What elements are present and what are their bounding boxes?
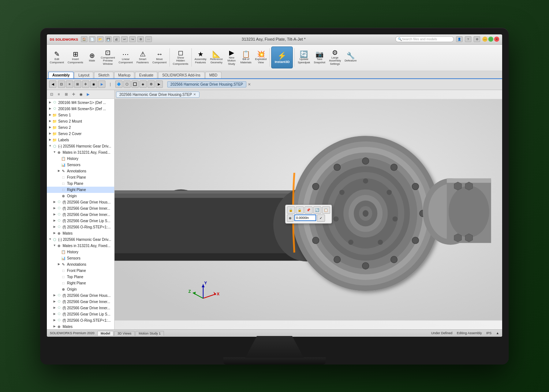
right-plane-item[interactable]: □ Right Plane [47,187,114,193]
file-tab-close[interactable]: ✕ [248,82,251,86]
viewport-tab-label[interactable]: 202566 Harmonic Gear Drive Housing.STEP … [116,92,199,98]
titlebar-icon-redo[interactable]: ↪ [129,36,136,42]
float-value-input[interactable] [294,214,316,221]
file-tab-label[interactable]: 202566 Harmonic Gear Drive Housing.STEP [167,81,246,87]
toolbar-item-mate[interactable]: ⊕ Mate [85,52,98,63]
list-item[interactable]: 📋 History [47,156,114,162]
list-item[interactable]: ▶ 📁 Servo 2 Cover [47,131,114,137]
float-copy-btn[interactable]: 📋 [322,206,330,214]
list-item[interactable]: ⊕ Origin [47,193,114,199]
list-item[interactable]: ▶ ⊕ Mates [47,324,114,329]
tab-evaluate[interactable]: Evaluate [135,72,157,78]
titlebar-icon-new[interactable]: 📄 [89,36,96,42]
tab-assembly[interactable]: Assembly [48,72,74,78]
list-item[interactable]: ▶ ⬡ (f) 202566 Gear Drive Inner... [47,305,114,311]
sidebar-icon-3[interactable]: ⊞ [74,81,81,88]
view-icon-2[interactable]: ⬡ [123,81,131,88]
titlebar-icon-open[interactable]: 📂 [97,36,104,42]
view-icon-1[interactable]: 🔷 [115,81,123,88]
list-item[interactable]: ⊕ Origin [47,286,114,292]
toolbar-item-show-hidden[interactable]: ◻ ShowHiddenComponents [171,49,190,66]
float-confirm-btn[interactable]: ✓ [317,214,325,222]
list-item[interactable]: ▼ ⬡ (-) 202566 Harmonic Gear Driv... [47,143,114,149]
gear-drive-inner-2[interactable]: ▶ ⬡ (f) 202566 Gear Drive Inner... [47,212,114,218]
list-item[interactable]: ▶ ⬡ 200166 M4 Screw<1> (Def ... [47,100,114,106]
list-item[interactable]: 📊 Sensors [47,162,114,168]
status-tab-motion[interactable]: Motion Study 1 [135,331,164,336]
titlebar-icon-home[interactable]: 🏠 [81,36,87,42]
list-item[interactable]: ▶ 📁 Labels [47,137,114,143]
sidebar-tool-display[interactable]: ◉ [78,91,84,97]
sidebar-tool-add[interactable]: ✛ [70,91,77,97]
tab-solidworks-addins[interactable]: SOLIDWORKS Add-Ins [158,72,204,78]
toolbar-item-large-assy[interactable]: ⚙ LargeAssemblySettings [328,49,343,66]
toolbar-item-fasteners[interactable]: ⚠ SmartFasteners [135,50,150,65]
titlebar-icon-rebuild[interactable]: ⚙ [137,36,144,42]
list-item[interactable]: ▶ ⬡ (f) 202566 Gear Drive Lip S... [47,311,114,317]
list-item[interactable]: ▶ ✎ Annotations [47,261,114,268]
list-item[interactable]: ▶ ⬡ (f) 202566 Gear Drive Hous... [47,292,114,299]
sidebar-icon-6[interactable]: ▶ [98,81,105,88]
sidebar-icon-1[interactable]: ⊡ [58,81,65,88]
status-tab-3dviews[interactable]: 3D Views [114,331,135,336]
titlebar-icon-undo[interactable]: ↩ [121,36,128,42]
viewport-tab-close-btn[interactable]: ✕ [193,93,196,96]
float-lock-btn[interactable]: 🔒 [287,206,295,214]
help-icon[interactable]: ? [465,36,471,42]
list-item[interactable]: □ Front Plane [47,268,114,274]
sidebar-tool-nav[interactable]: ▶ [85,91,92,97]
view-icon-3[interactable]: 🔲 [131,81,139,88]
tab-layout[interactable]: Layout [74,72,93,78]
list-item[interactable]: ▶ 📁 Servo 2 [47,124,114,131]
sidebar-icon-5[interactable]: ◉ [90,81,97,88]
toolbar-item-snapshot[interactable]: 📷 TakeSnapshot [312,50,327,65]
search-box[interactable]: 🔍 Search files and models [395,36,454,42]
list-item[interactable]: ▶ ⬡ (f) 202566 Gear Drive Hous... [47,199,114,205]
toolbar-item-bom[interactable]: 📋 Bill ofMaterials [239,50,253,65]
gear-drive-inner-1[interactable]: ▶ ⬡ (f) 202566 Gear Drive Inner... [47,205,114,212]
minimize-button[interactable]: — [482,37,488,42]
list-item[interactable]: ▶ 📁 Servo 2 Mount [47,118,114,124]
tab-mbd[interactable]: MBD [205,72,221,78]
titlebar-icon-save[interactable]: 💾 [105,36,112,42]
settings-icon[interactable]: ⚙ [474,36,480,42]
list-item[interactable]: 📊 Sensors [47,255,114,261]
view-icon-6[interactable]: ▶ [156,81,163,88]
toolbar-item-speedpak[interactable]: 🔄 UpdateSpeedpak [296,50,311,65]
sidebar-icon-2[interactable]: ≡ [66,81,73,88]
list-item[interactable]: ▶ ⬡ (f) 202566 Gear Drive Lip S... [47,218,114,224]
user-icon[interactable]: 👤 [456,36,463,42]
list-item[interactable]: ▼ ⊕ Mates in 313231 Asy, Fixed... [47,149,114,156]
list-item[interactable]: □ Front Plane [47,174,114,180]
toolbar-item-edit[interactable]: ✎ EditComponent [48,50,66,65]
toolbar-item-motion[interactable]: ▶ NewMotionStudy [225,49,238,66]
float-unlock-btn[interactable]: 🔓 [296,206,304,214]
float-refresh-btn[interactable]: 🔄 [313,206,321,214]
tab-markup[interactable]: Markup [114,72,134,78]
list-item[interactable]: ▼ ⬡ (-) 202566 Harmonic Gear Driv... [47,236,114,243]
list-item[interactable]: □ Right Plane [47,280,114,286]
toolbar-item-instant3d[interactable]: ⚡ Instant3D [271,46,293,68]
viewport-3d[interactable]: X Y Z 202566 Harmonic Gear Drive Housing… [115,90,502,329]
list-item[interactable]: ▶ ⬡ (f) 202566 Gear Drive Inner... [47,299,114,305]
toolbar-item-insert[interactable]: ⊞ InsertComponents [66,50,85,65]
sidebar-tool-config[interactable]: ⊞ [63,91,70,97]
list-item[interactable]: 📋 History [47,249,114,255]
list-item[interactable]: ▶ 📁 Servo 1 [47,112,114,118]
list-item[interactable]: ▶ ⬡ (f) 202566 O-Ring.STEP<1:... [47,317,114,324]
titlebar-icon-print[interactable]: 🖨 [113,36,120,42]
list-item[interactable]: □ Top Plane [47,274,114,280]
sidebar-icon-4[interactable]: ✛ [82,81,89,88]
status-tab-model[interactable]: Model [97,331,113,336]
list-item[interactable]: ▶ ⬡ 200166 M4 Screw<5> (Def ... [47,106,114,112]
list-item[interactable]: ▼ ⊕ Mates in 313231 Asy, Fixed... [47,243,114,249]
titlebar-icon-options[interactable]: ⋯ [145,36,152,42]
sidebar-tool-props[interactable]: ≡ [56,91,62,97]
sidebar-tool-tree[interactable]: ⊡ [48,91,55,97]
list-item[interactable]: ▶ ⊕ Mates [47,230,114,236]
maximize-button[interactable]: □ [488,37,493,42]
nav-back[interactable]: ◀ [49,81,56,88]
toolbar-item-pattern[interactable]: ⋯ LinearComponent [117,50,134,65]
toolbar-item-explode[interactable]: 💥 ExplodedView [254,50,268,65]
float-pin-btn[interactable]: 📌 [305,206,313,214]
